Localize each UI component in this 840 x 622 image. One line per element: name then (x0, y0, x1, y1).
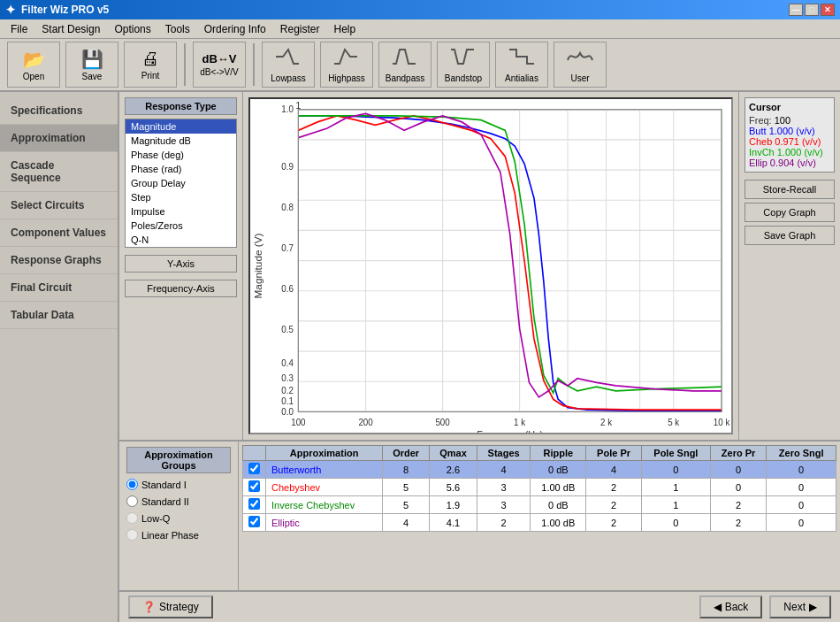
sidebar-item-response-graphs[interactable]: Response Graphs (0, 247, 118, 274)
row-inv-cheb-check[interactable] (243, 496, 266, 514)
menu-tools[interactable]: Tools (158, 21, 197, 37)
menu-start-design[interactable]: Start Design (34, 21, 107, 37)
close-button[interactable]: ✕ (821, 4, 835, 16)
svg-text:0.2: 0.2 (281, 386, 294, 395)
right-panel: Cursor Freq: 100 Butt 1.000 (v/v) Cheb 0… (738, 92, 840, 440)
row-butterworth-ripple: 0 dB (531, 461, 586, 479)
sidebar-item-component-values[interactable]: Component Values (0, 219, 118, 247)
row-elliptic-zero-sngl: 0 (767, 514, 836, 532)
maximize-button[interactable]: □ (805, 4, 819, 16)
row-butterworth-order: 8 (383, 461, 430, 479)
user-icon (566, 46, 594, 72)
row-butterworth-stages: 4 (477, 461, 531, 479)
cursor-invch-value: 1.000 (v/v) (777, 147, 823, 157)
row-inv-cheb-name[interactable]: Inverse Chebyshev (266, 496, 383, 514)
svg-text:0.9: 0.9 (281, 162, 294, 172)
row-butterworth-name[interactable]: Butterworth (266, 461, 383, 479)
sidebar-item-cascade-sequence[interactable]: Cascade Sequence (0, 152, 118, 192)
menu-ordering-info[interactable]: Ordering Info (197, 21, 273, 37)
app-title: Filter Wiz PRO v5 (21, 4, 109, 16)
menu-options[interactable]: Options (107, 21, 157, 37)
row-elliptic-pole-pr: 2 (586, 514, 642, 532)
db-vv-button[interactable]: dB↔V dB<->V/V (193, 42, 246, 88)
strategy-button[interactable]: ❓ Strategy (128, 595, 213, 618)
sidebar-item-select-circuits[interactable]: Select Circuits (0, 192, 118, 219)
response-poles-zeros[interactable]: Poles/Zeros (126, 219, 236, 233)
highpass-icon (332, 46, 361, 72)
row-chebyshev-order: 5 (383, 479, 430, 496)
response-group-delay[interactable]: Group Delay (126, 176, 236, 190)
antialias-button[interactable]: Antialias (495, 42, 548, 88)
cursor-butt-row: Butt 1.000 (v/v) (749, 126, 830, 136)
sidebar-item-specifications[interactable]: Specifications (0, 97, 118, 125)
radio-linear-phase-input[interactable] (126, 529, 138, 541)
cursor-invch-row: InvCh 1.000 (v/v) (749, 147, 830, 157)
response-phase-rad[interactable]: Phase (rad) (126, 162, 236, 176)
response-q-n[interactable]: Q-N (126, 233, 236, 247)
menu-file[interactable]: File (4, 21, 34, 37)
row-elliptic-check[interactable] (243, 514, 266, 532)
response-step[interactable]: Step (126, 190, 236, 204)
toolbar-separator-1 (184, 43, 186, 86)
row-elliptic-order: 4 (383, 514, 430, 532)
radio-standard-i[interactable]: Standard I (126, 479, 231, 490)
user-button[interactable]: User (554, 42, 607, 88)
radio-standard-ii-input[interactable] (126, 495, 138, 507)
svg-text:Magnitude (V): Magnitude (V) (253, 233, 263, 298)
response-magnitude[interactable]: Magnitude (126, 119, 236, 134)
next-button[interactable]: Next ▶ (769, 595, 831, 618)
response-magnitude-db[interactable]: Magnitude dB (126, 134, 236, 148)
copy-graph-button[interactable]: Copy Graph (745, 203, 835, 222)
radio-standard-i-input[interactable] (126, 479, 138, 490)
open-button[interactable]: 📂 Open (7, 42, 60, 88)
cursor-cheb-value: 0.971 (v/v) (775, 136, 821, 147)
back-button[interactable]: ◀ Back (699, 595, 763, 618)
radio-low-q-input[interactable] (126, 512, 138, 524)
radio-low-q[interactable]: Low-Q (126, 512, 231, 524)
bandpass-button[interactable]: Bandpass (378, 42, 431, 88)
bandstop-button[interactable]: Bandstop (437, 42, 490, 88)
cursor-butt-value: 1.000 (v/v) (769, 126, 815, 136)
col-check (243, 446, 266, 461)
save-graph-button[interactable]: Save Graph (745, 226, 835, 245)
lowpass-button[interactable]: Lowpass (262, 42, 315, 88)
radio-standard-ii[interactable]: Standard II (126, 495, 231, 507)
row-inv-cheb-zero-sngl: 0 (767, 496, 836, 514)
menu-bar: File Start Design Options Tools Ordering… (0, 19, 840, 39)
sidebar-item-tabular-data[interactable]: Tabular Data (0, 302, 118, 329)
y-axis-button[interactable]: Y-Axis (125, 255, 237, 273)
cursor-invch-label: InvCh (749, 147, 775, 157)
bandstop-icon (449, 46, 477, 72)
sidebar-item-final-circuit[interactable]: Final Circuit (0, 274, 118, 302)
minimize-button[interactable]: — (789, 4, 803, 16)
radio-linear-phase[interactable]: Linear Phase (126, 529, 231, 541)
response-type-list: Magnitude Magnitude dB Phase (deg) Phase… (125, 119, 237, 248)
store-recall-button[interactable]: Store-Recall (745, 180, 835, 199)
radio-group: Standard I Standard II Low-Q Linear Phas… (126, 479, 231, 541)
row-butterworth-check[interactable] (243, 461, 266, 479)
response-impulse[interactable]: Impulse (126, 204, 236, 219)
svg-text:0.3: 0.3 (281, 373, 294, 383)
cursor-cheb-row: Cheb 0.971 (v/v) (749, 136, 830, 147)
response-phase-deg[interactable]: Phase (deg) (126, 148, 236, 162)
cursor-ellip-label: Ellip (749, 157, 767, 168)
cursor-cheb-label: Cheb (749, 136, 772, 147)
row-chebyshev-name[interactable]: Chebyshev (266, 479, 383, 496)
col-stages: Stages (477, 446, 531, 461)
row-inv-cheb-order: 5 (383, 496, 430, 514)
db-vv-icon: dB↔V (202, 52, 237, 65)
svg-text:0.7: 0.7 (281, 243, 294, 253)
svg-text:100: 100 (291, 417, 306, 426)
print-button[interactable]: 🖨 Print (124, 42, 177, 88)
row-chebyshev-check[interactable] (243, 479, 266, 496)
highpass-label: Highpass (328, 73, 365, 83)
highpass-button[interactable]: Highpass (320, 42, 373, 88)
menu-help[interactable]: Help (326, 21, 363, 37)
save-button[interactable]: 💾 Save (65, 42, 118, 88)
row-elliptic-name[interactable]: Elliptic (266, 514, 383, 532)
graph-container[interactable]: 1.0 0.9 0.8 0.7 0.6 0.5 0.4 0.3 0.2 0.1 … (248, 97, 733, 434)
sidebar-item-approximation[interactable]: Approximation (0, 125, 118, 152)
col-approximation: Approximation (266, 446, 383, 461)
menu-register[interactable]: Register (273, 21, 327, 37)
frequency-axis-button[interactable]: Frequency-Axis (125, 280, 237, 297)
